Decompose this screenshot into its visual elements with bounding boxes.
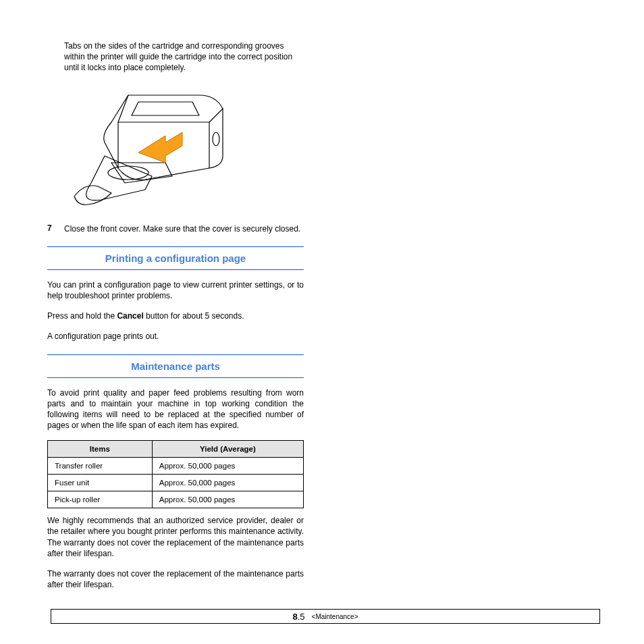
intro-paragraph: Tabs on the sides of the cartridge and c…: [64, 41, 304, 74]
cancel-button-label: Cancel: [117, 311, 143, 321]
cell-items: Fuser unit: [48, 475, 153, 491]
maintenance-parts-table: Items Yield (Average) Transfer roller Ap…: [47, 440, 304, 508]
table-head-row: Items Yield (Average): [48, 441, 304, 458]
text-fragment: button for about 5 seconds.: [144, 311, 244, 321]
cell-items: Pick-up roller: [48, 491, 153, 508]
content-column: Tabs on the sides of the cartridge and c…: [47, 41, 304, 590]
config-para-1: You can print a configuration page to vi…: [47, 279, 304, 301]
cell-items: Transfer roller: [48, 458, 153, 475]
heading-config-page: Printing a configuration page: [47, 247, 304, 270]
th-items: Items: [48, 441, 153, 458]
maint-para-2: We highly recommends that an authorized …: [47, 515, 304, 559]
insert-arrow-icon: [138, 132, 182, 163]
cell-yield: Approx. 50,000 pages: [152, 458, 303, 475]
footer-page: .5: [298, 612, 305, 622]
page: Tabs on the sides of the cartridge and c…: [0, 0, 644, 644]
step-text: Close the front cover. Make sure that th…: [64, 223, 304, 234]
table-row: Pick-up roller Approx. 50,000 pages: [48, 491, 304, 508]
maint-para-1: To avoid print quality and paper feed pr…: [47, 387, 304, 431]
table-row: Transfer roller Approx. 50,000 pages: [48, 458, 304, 475]
cartridge-insert-figure: [64, 82, 240, 210]
page-footer: 8.5 <Maintenance>: [51, 609, 600, 624]
svg-point-1: [108, 166, 149, 180]
step-number: 7: [47, 223, 64, 234]
maint-para-3: The warranty does not cover the replacem…: [47, 568, 304, 590]
cell-yield: Approx. 50,000 pages: [152, 491, 303, 508]
table-row: Fuser unit Approx. 50,000 pages: [48, 475, 304, 491]
step-7: 7 Close the front cover. Make sure that …: [47, 223, 304, 234]
config-para-2: Press and hold the Cancel button for abo…: [47, 311, 304, 321]
footer-section-label: <Maintenance>: [312, 613, 358, 620]
printer-line-art-icon: [64, 82, 240, 210]
svg-point-0: [213, 132, 219, 146]
cell-yield: Approx. 50,000 pages: [152, 475, 303, 491]
th-yield: Yield (Average): [152, 441, 303, 458]
svg-marker-2: [138, 132, 182, 163]
heading-maintenance-parts: Maintenance parts: [47, 355, 304, 378]
footer-chapter: 8: [292, 612, 297, 622]
config-para-3: A configuration page prints out.: [47, 331, 304, 342]
text-fragment: Press and hold the: [47, 311, 117, 321]
